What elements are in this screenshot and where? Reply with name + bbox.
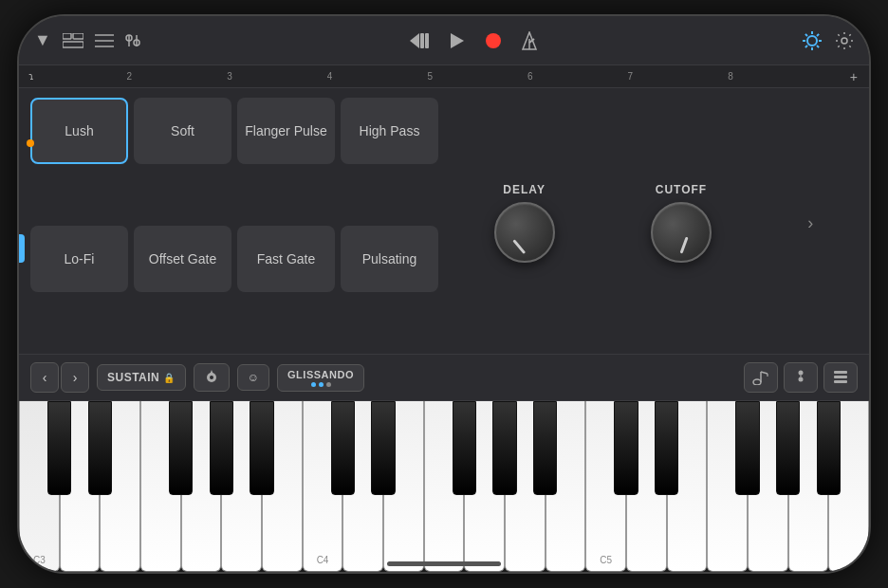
ruler-num-2: 2 — [127, 71, 133, 82]
main-content: Lush Soft Flanger Pulse High Pass Lo-Fi … — [19, 88, 869, 354]
prev-button[interactable]: ‹ — [30, 362, 59, 393]
black-key-11[interactable] — [492, 401, 517, 495]
black-key-8[interactable] — [371, 401, 396, 495]
metronome-button[interactable] — [521, 31, 538, 50]
ruler-num-4: 4 — [327, 71, 333, 82]
svg-line-26 — [805, 46, 807, 47]
ruler-num-6: 6 — [527, 71, 533, 82]
blue-side-handle[interactable] — [19, 234, 25, 263]
black-key-17[interactable] — [735, 401, 760, 495]
preset-high-pass[interactable]: High Pass — [341, 98, 438, 164]
strip-right-controls — [744, 362, 858, 393]
svg-point-29 — [210, 376, 213, 379]
cutoff-knob[interactable] — [651, 202, 712, 263]
piano-container: C3C4C5 — [19, 401, 869, 572]
black-key-0[interactable] — [47, 401, 72, 495]
black-key-19[interactable] — [817, 401, 842, 495]
preset-flanger-pulse[interactable]: Flanger Pulse — [237, 98, 335, 164]
preset-lo-fi[interactable]: Lo-Fi — [30, 226, 128, 292]
rewind-button[interactable] — [409, 32, 430, 49]
black-key-7[interactable] — [331, 401, 356, 495]
controls-panel: DELAY CUTOFF › — [450, 98, 858, 348]
ruler-num-3: 3 — [227, 71, 232, 82]
list-icon[interactable] — [95, 33, 114, 48]
svg-line-25 — [817, 33, 819, 35]
record-strip-button[interactable] — [194, 363, 230, 392]
expand-controls-button[interactable]: › — [807, 213, 813, 233]
settings-button[interactable] — [835, 31, 854, 50]
svg-point-30 — [753, 379, 761, 385]
emoji-icon: ☺ — [248, 371, 259, 384]
svg-line-24 — [817, 46, 819, 47]
svg-rect-39 — [834, 380, 847, 383]
black-key-4[interactable] — [210, 401, 234, 495]
dot-3 — [326, 382, 331, 387]
home-indicator — [387, 561, 501, 566]
black-key-1[interactable] — [88, 401, 113, 495]
ruler-num-1: ɿ — [28, 70, 34, 83]
grid-view-button[interactable] — [823, 362, 858, 393]
black-key-15[interactable] — [655, 401, 679, 495]
delay-label: DELAY — [503, 183, 546, 196]
delay-knob-group: DELAY — [494, 183, 555, 263]
svg-rect-0 — [63, 33, 71, 39]
delay-knob[interactable] — [494, 202, 555, 263]
black-key-12[interactable] — [533, 401, 558, 495]
controls-icon[interactable] — [125, 33, 144, 48]
key-label-c5: C5 — [600, 555, 612, 565]
black-key-14[interactable] — [614, 401, 638, 495]
cutoff-knob-group: CUTOFF — [651, 183, 712, 263]
svg-point-18 — [807, 36, 817, 46]
svg-point-35 — [799, 377, 804, 382]
record-button[interactable] — [485, 32, 502, 49]
next-button[interactable]: › — [61, 362, 89, 393]
glissando-button[interactable]: GLISSANDO — [277, 364, 364, 392]
keyboard-area: C3C4C5 — [19, 401, 869, 572]
dropdown-icon[interactable]: ▼ — [34, 30, 51, 50]
ruler-num-7: 7 — [628, 71, 634, 82]
play-button[interactable] — [449, 32, 466, 49]
ruler-num-8: 8 — [728, 71, 733, 82]
svg-marker-13 — [451, 33, 464, 48]
black-key-18[interactable] — [776, 401, 801, 495]
preset-soft[interactable]: Soft — [134, 98, 231, 164]
ruler-add-button[interactable]: + — [850, 69, 858, 84]
top-bar: ▼ — [19, 16, 869, 65]
svg-rect-37 — [834, 371, 847, 374]
black-key-3[interactable] — [169, 401, 194, 495]
lock-icon: 🔒 — [163, 373, 176, 383]
cutoff-label: CUTOFF — [656, 183, 707, 196]
toolbar-left: ▼ — [34, 30, 144, 50]
note-view-button[interactable] — [744, 362, 778, 393]
sustain-button[interactable]: SUSTAIN 🔒 — [97, 364, 186, 391]
preset-grid: Lush Soft Flanger Pulse High Pass Lo-Fi … — [30, 98, 438, 348]
black-key-10[interactable] — [453, 401, 477, 495]
controls-strip: ‹ › SUSTAIN 🔒 ☺ GLISSANDO — [19, 354, 869, 401]
svg-rect-11 — [420, 33, 424, 48]
preset-fast-gate[interactable]: Fast Gate — [237, 226, 335, 292]
svg-line-23 — [805, 33, 807, 35]
brightness-button[interactable] — [803, 31, 822, 50]
key-label-c3: C3 — [33, 555, 46, 565]
key-label-c4: C4 — [317, 555, 329, 565]
preset-offset-gate[interactable]: Offset Gate — [134, 226, 231, 292]
nav-arrows: ‹ › — [30, 362, 89, 393]
svg-rect-2 — [63, 42, 83, 47]
arrange-icon[interactable] — [63, 33, 83, 48]
black-key-5[interactable] — [250, 401, 274, 495]
ruler-num-5: 5 — [427, 71, 433, 82]
toolbar-right — [803, 31, 854, 50]
emoji-button[interactable]: ☺ — [237, 364, 269, 391]
orange-indicator — [27, 139, 34, 147]
dot-1 — [311, 382, 316, 387]
preset-lush[interactable]: Lush — [30, 98, 128, 164]
toolbar-center — [156, 31, 791, 50]
svg-rect-38 — [834, 376, 847, 378]
dot-2 — [319, 382, 324, 387]
phone-frame: ▼ — [17, 14, 871, 574]
preset-pulsating[interactable]: Pulsating — [341, 226, 438, 292]
svg-point-14 — [486, 33, 501, 48]
chord-view-button[interactable] — [784, 362, 818, 393]
svg-rect-1 — [73, 33, 83, 39]
svg-marker-10 — [410, 33, 419, 48]
